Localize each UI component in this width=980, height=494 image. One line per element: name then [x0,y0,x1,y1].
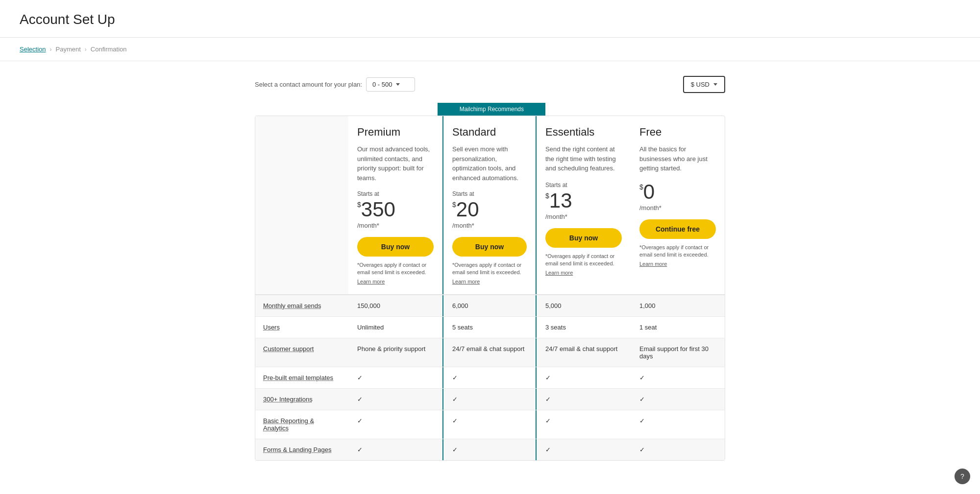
feature-value: ✓ [348,389,442,410]
feature-value: ✓ [631,439,725,460]
feature-row: Customer supportPhone & priority support… [255,338,725,367]
free-price: 0 [643,182,655,202]
essentials-desc: Send the right content at the right time… [545,144,622,174]
contact-amount-value: 0 - 500 [372,81,392,88]
feature-value: ✓ [442,410,537,439]
feature-row: UsersUnlimited5 seats3 seats1 seat [255,316,725,338]
contact-selector: Select a contact amount for your plan: 0… [255,77,415,92]
essentials-buy-button[interactable]: Buy now [545,228,622,248]
feature-value: 24/7 email & chat support [442,338,537,367]
plans-header-row: Premium Our most advanced tools, unlimit… [255,116,725,295]
feature-value: 3 seats [537,317,631,338]
free-continue-button[interactable]: Continue free [639,219,716,239]
plans-table: Premium Our most advanced tools, unlimit… [255,116,725,461]
premium-name: Premium [357,126,434,139]
feature-label[interactable]: Basic Reporting & Analytics [255,410,348,439]
feature-label[interactable]: Monthly email sends [255,295,348,316]
feature-row: Basic Reporting & Analytics✓✓✓✓ [255,410,725,439]
breadcrumb-sep-1: › [49,46,51,53]
feature-label[interactable]: 300+ Integrations [255,389,348,410]
top-controls: Select a contact amount for your plan: 0… [255,76,725,93]
plan-col-free: Free All the basics for businesses who a… [631,116,725,294]
feature-value: 5,000 [537,295,631,316]
essentials-period: /month* [545,213,622,220]
free-period: /month* [639,204,716,212]
breadcrumb: Selection › Payment › Confirmation [0,38,980,61]
recommended-banner: Mailchimp Recommends [438,103,545,116]
essentials-price: 13 [549,190,572,211]
breadcrumb-confirmation: Confirmation [91,46,127,53]
free-price-row: $ 0 [639,182,716,202]
premium-price: 350 [361,199,395,220]
feature-value: ✓ [631,389,725,410]
feature-value: ✓ [631,410,725,439]
standard-buy-button[interactable]: Buy now [452,237,527,257]
feature-value: 1 seat [631,317,725,338]
standard-price-sup: $ [452,201,456,208]
premium-price-sup: $ [357,201,361,208]
page-title: Account Set Up [20,12,960,27]
feature-value: ✓ [537,439,631,460]
feature-row: Forms & Landing Pages✓✓✓✓ [255,439,725,460]
standard-overages: *Overages apply if contact or email send… [452,261,527,277]
breadcrumb-selection[interactable]: Selection [20,46,46,53]
feature-value: ✓ [442,439,537,460]
page-header: Account Set Up [0,0,980,38]
feature-value: ✓ [631,367,725,388]
feature-value: ✓ [537,367,631,388]
premium-buy-button[interactable]: Buy now [357,237,434,257]
premium-price-row: $ 350 [357,199,434,220]
currency-dropdown[interactable]: $ USD [683,76,725,93]
feature-value: ✓ [348,410,442,439]
premium-desc: Our most advanced tools, unlimited conta… [357,144,434,183]
contact-label: Select a contact amount for your plan: [255,81,362,88]
feature-value: ✓ [348,439,442,460]
plan-col-standard: Standard Sell even more with personaliza… [442,116,537,294]
essentials-name: Essentials [545,126,622,139]
feature-value: 24/7 email & chat support [537,338,631,367]
feature-value: Phone & priority support [348,338,442,367]
feature-label[interactable]: Customer support [255,338,348,367]
feature-value: ✓ [442,389,537,410]
free-overages: *Overages apply if contact or email send… [639,244,716,259]
standard-learn-more[interactable]: Learn more [452,279,527,284]
standard-period: /month* [452,222,527,229]
standard-starts-at: Starts at [452,190,527,197]
feature-value: 6,000 [442,295,537,316]
free-price-sup: $ [639,184,643,190]
feature-row: Monthly email sends150,0006,0005,0001,00… [255,295,725,316]
currency-value: $ USD [691,81,710,88]
free-desc: All the basics for businesses who are ju… [639,144,716,174]
contact-amount-dropdown[interactable]: 0 - 500 [366,77,415,92]
feature-label[interactable]: Users [255,317,348,338]
plan-col-premium: Premium Our most advanced tools, unlimit… [348,116,442,294]
feature-label[interactable]: Pre-built email templates [255,367,348,388]
chevron-down-icon [396,83,400,86]
feature-value: ✓ [537,389,631,410]
standard-name: Standard [452,126,527,139]
essentials-starts-at: Starts at [545,182,622,188]
plans-container: Select a contact amount for your plan: 0… [255,76,725,461]
feature-value: ✓ [442,367,537,388]
free-learn-more[interactable]: Learn more [639,261,716,267]
feature-value: 5 seats [442,317,537,338]
standard-desc: Sell even more with personalization, opt… [452,144,527,183]
essentials-price-sup: $ [545,192,549,199]
feature-value: 150,000 [348,295,442,316]
feature-row: Pre-built email templates✓✓✓✓ [255,367,725,388]
essentials-overages: *Overages apply if contact or email send… [545,253,622,268]
essentials-price-row: $ 13 [545,190,622,211]
feature-value: Email support for first 30 days [631,338,725,367]
feature-value: ✓ [348,367,442,388]
essentials-learn-more[interactable]: Learn more [545,270,622,276]
feature-row: 300+ Integrations✓✓✓✓ [255,388,725,410]
feature-value: Unlimited [348,317,442,338]
feature-rows: Monthly email sends150,0006,0005,0001,00… [255,295,725,460]
feature-value: 1,000 [631,295,725,316]
premium-overages: *Overages apply if contact or email send… [357,261,434,277]
question-mark-icon: ? [960,472,964,475]
feature-label[interactable]: Forms & Landing Pages [255,439,348,460]
premium-learn-more[interactable]: Learn more [357,279,434,284]
breadcrumb-payment: Payment [55,46,80,53]
empty-header-col [255,116,348,294]
